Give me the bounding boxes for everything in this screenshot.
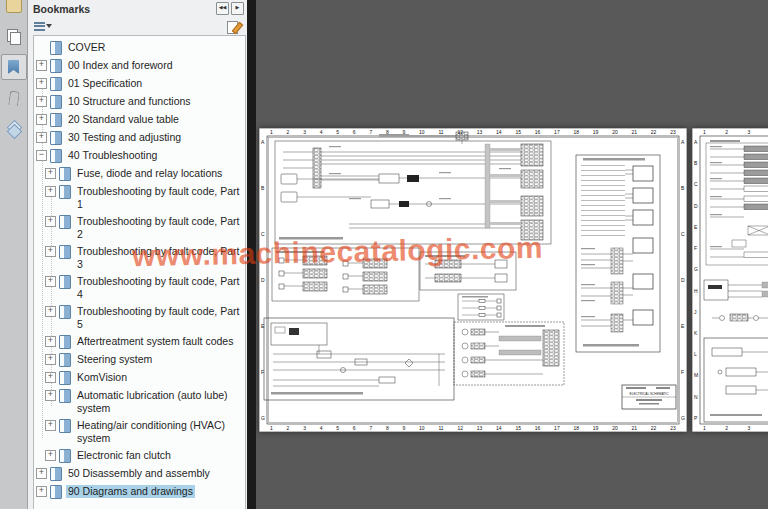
schematic-page-1[interactable]: ELECTRICAL SCHEMATIC 1234567891011121314… xyxy=(259,128,687,432)
expand-expander-icon[interactable]: + xyxy=(36,96,47,107)
expand-expander-icon[interactable]: + xyxy=(45,246,56,257)
bookmark-page-icon xyxy=(50,131,62,145)
bookmarks-toolbar xyxy=(28,16,247,36)
expand-expander-icon[interactable]: + xyxy=(45,216,56,227)
bookmark-label[interactable]: Steering system xyxy=(75,353,154,366)
bookmark-label[interactable]: 20 Standard value table xyxy=(66,113,181,126)
bookmark-item[interactable]: +Troubleshooting by fault code, Part 1 xyxy=(34,183,245,213)
bookmark-label[interactable]: 01 Specification xyxy=(66,77,144,90)
new-bookmark-button[interactable] xyxy=(227,20,240,33)
bookmark-item[interactable]: +20 Standard value table xyxy=(34,111,245,129)
bookmark-item[interactable]: −40 Troubleshooting xyxy=(34,147,245,165)
layers-icon[interactable] xyxy=(1,116,27,142)
bookmark-label[interactable]: 30 Testing and adjusting xyxy=(66,131,183,144)
options-menu-button[interactable] xyxy=(34,22,52,31)
bookmark-label[interactable]: Automatic lubrication (auto lube) system xyxy=(75,389,230,415)
expand-expander-icon[interactable]: + xyxy=(36,78,47,89)
expand-expander-icon[interactable]: + xyxy=(36,486,47,497)
bookmark-label[interactable]: 50 Disassembly and assembly xyxy=(66,467,212,480)
panel-title: Bookmarks xyxy=(33,3,90,15)
bookmark-item[interactable]: +Troubleshooting by fault code, Part 4 xyxy=(34,273,245,303)
bookmark-page-icon xyxy=(59,353,71,367)
bookmark-item[interactable]: +Aftertreatment system fault codes xyxy=(34,333,245,351)
expand-expander-icon[interactable]: + xyxy=(36,132,47,143)
expand-expander-icon[interactable]: + xyxy=(45,276,56,287)
sticky-note-icon[interactable] xyxy=(1,0,27,18)
bookmark-item[interactable]: +Automatic lubrication (auto lube) syste… xyxy=(34,387,245,417)
collapse-expander-icon[interactable]: − xyxy=(36,150,47,161)
bookmark-item[interactable]: +Troubleshooting by fault code, Part 3 xyxy=(34,243,245,273)
expand-expander-icon[interactable]: + xyxy=(45,450,56,461)
grid-numbers-top: 12345 xyxy=(703,129,768,135)
bookmark-label[interactable]: 00 Index and foreword xyxy=(66,59,175,72)
expand-panel-button[interactable]: ▶ xyxy=(231,2,244,15)
sticky-note-icon xyxy=(6,0,22,13)
bookmarks-icon[interactable] xyxy=(1,54,27,80)
expand-expander-icon[interactable]: + xyxy=(45,168,56,179)
bookmark-page-icon xyxy=(50,485,62,499)
bookmark-label[interactable]: COVER xyxy=(66,41,107,54)
bookmark-item[interactable]: +Fuse, diode and relay locations xyxy=(34,165,245,183)
expand-expander-icon[interactable]: + xyxy=(45,186,56,197)
document-viewer[interactable]: ELECTRICAL SCHEMATIC 1234567891011121314… xyxy=(256,0,768,509)
bookmark-item[interactable]: +Troubleshooting by fault code, Part 2 xyxy=(34,213,245,243)
page-thumbnails-icon xyxy=(7,29,20,43)
bookmark-label[interactable]: Electronic fan clutch xyxy=(75,449,173,462)
bookmark-label[interactable]: KomVision xyxy=(75,371,129,384)
expand-expander-icon[interactable]: + xyxy=(45,306,56,317)
expand-expander-icon[interactable]: + xyxy=(36,60,47,71)
bookmark-label[interactable]: Troubleshooting by fault code, Part 3 xyxy=(75,245,243,271)
page-thumbnails-icon[interactable] xyxy=(1,23,27,49)
bookmark-page-icon xyxy=(59,215,71,229)
attachments-icon[interactable] xyxy=(1,85,27,111)
bookmark-label[interactable]: Troubleshooting by fault code, Part 5 xyxy=(75,305,243,331)
bookmark-item[interactable]: +Heating/air conditioning (HVAC) system xyxy=(34,417,245,447)
schematic-drawing-2 xyxy=(692,128,768,432)
expand-expander-icon[interactable]: + xyxy=(36,468,47,479)
bookmark-page-icon xyxy=(50,41,62,55)
bookmark-item[interactable]: +90 Diagrams and drawings xyxy=(34,483,245,501)
schematic-page-2[interactable]: 12345 12345 ABCDEFGHJKLMNP xyxy=(692,128,768,432)
collapse-panel-button[interactable]: ◀◀ xyxy=(216,2,229,15)
bookmark-label[interactable]: 10 Structure and functions xyxy=(66,95,193,108)
bookmark-page-icon xyxy=(59,419,71,433)
bookmark-page-icon xyxy=(59,389,71,403)
bookmark-item[interactable]: +Troubleshooting by fault code, Part 5 xyxy=(34,303,245,333)
expand-expander-icon[interactable]: + xyxy=(36,114,47,125)
bookmark-page-icon xyxy=(59,305,71,319)
expand-expander-icon[interactable]: + xyxy=(45,390,56,401)
bookmark-page-icon xyxy=(50,95,62,109)
bookmark-page-icon xyxy=(59,245,71,259)
bookmark-item[interactable]: +Electronic fan clutch xyxy=(34,447,245,465)
bookmark-item[interactable]: +KomVision xyxy=(34,369,245,387)
bookmark-page-icon xyxy=(59,275,71,289)
expand-expander-icon[interactable]: + xyxy=(45,354,56,365)
panel-splitter[interactable] xyxy=(247,0,256,509)
grid-numbers-bottom: 12345 xyxy=(703,425,768,431)
bookmark-page-icon xyxy=(59,449,71,463)
bookmark-item[interactable]: COVER xyxy=(34,39,245,57)
bookmark-item[interactable]: +50 Disassembly and assembly xyxy=(34,465,245,483)
bookmark-item[interactable]: +30 Testing and adjusting xyxy=(34,129,245,147)
bookmark-item[interactable]: +Steering system xyxy=(34,351,245,369)
bookmark-item[interactable]: +10 Structure and functions xyxy=(34,93,245,111)
bookmark-label[interactable]: Heating/air conditioning (HVAC) system xyxy=(75,419,243,445)
options-menu-icon xyxy=(34,22,45,31)
bookmark-label[interactable]: Aftertreatment system fault codes xyxy=(75,335,235,348)
title-block-text: ELECTRICAL SCHEMATIC xyxy=(630,392,670,396)
bookmark-label[interactable]: 40 Troubleshooting xyxy=(66,149,159,162)
bookmark-item[interactable]: +01 Specification xyxy=(34,75,245,93)
expand-expander-icon[interactable]: + xyxy=(45,420,56,431)
expand-expander-icon[interactable]: + xyxy=(45,372,56,383)
bookmark-label[interactable]: 90 Diagrams and drawings xyxy=(66,485,195,498)
bookmark-page-icon xyxy=(50,77,62,91)
expand-expander-icon[interactable]: + xyxy=(45,336,56,347)
bookmark-label[interactable]: Troubleshooting by fault code, Part 2 xyxy=(75,215,243,241)
bookmark-page-icon xyxy=(50,149,62,163)
bookmark-label[interactable]: Troubleshooting by fault code, Part 1 xyxy=(75,185,243,211)
bookmark-label[interactable]: Fuse, diode and relay locations xyxy=(75,167,224,180)
bookmark-item[interactable]: +00 Index and foreword xyxy=(34,57,245,75)
bookmark-label[interactable]: Troubleshooting by fault code, Part 4 xyxy=(75,275,243,301)
acrobat-window: Bookmarks ◀◀ ▶ COVER+00 Index and forewo… xyxy=(0,0,768,509)
bookmark-page-icon xyxy=(50,467,62,481)
